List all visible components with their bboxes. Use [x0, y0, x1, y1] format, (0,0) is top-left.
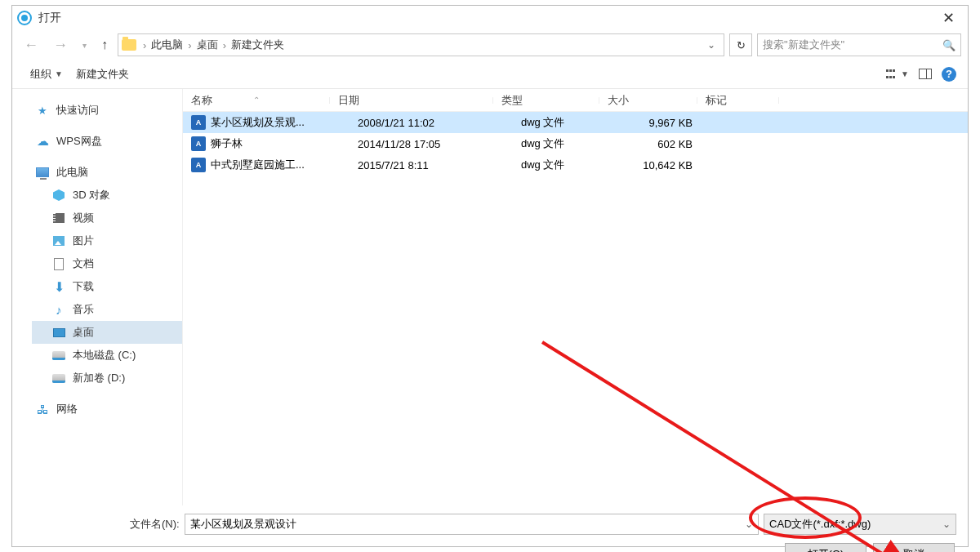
cloud-icon: ☁	[35, 135, 50, 148]
column-date[interactable]: 日期	[330, 93, 493, 108]
dwg-file-icon: A	[191, 158, 206, 172]
tree-music[interactable]: ♪音乐	[32, 298, 182, 321]
navigation-tree: ★快速访问 ☁WPS网盘 此电脑 3D 对象 视频 图片 文档 ⬇下载 ♪音乐 …	[12, 89, 182, 505]
organize-menu[interactable]: 组织▼	[24, 67, 69, 82]
up-button[interactable]: ↑	[96, 38, 113, 52]
file-size: 9,967 KB	[619, 117, 717, 129]
file-date: 2015/7/21 8:11	[350, 159, 513, 171]
tree-wps-cloud[interactable]: ☁WPS网盘	[32, 130, 182, 153]
tree-network[interactable]: 🖧网络	[32, 398, 182, 421]
file-row[interactable]: A 中式别墅庭园施工... 2015/7/21 8:11 dwg 文件 10,6…	[183, 154, 968, 176]
dialog-body: ★快速访问 ☁WPS网盘 此电脑 3D 对象 视频 图片 文档 ⬇下载 ♪音乐 …	[12, 89, 968, 505]
document-icon	[51, 257, 66, 270]
tree-this-pc[interactable]: 此电脑	[32, 161, 182, 184]
view-menu[interactable]: ▼	[886, 69, 909, 78]
app-icon	[17, 11, 32, 25]
network-icon: 🖧	[35, 403, 50, 416]
file-name: 某小区规划及景观...	[211, 115, 350, 130]
open-dialog: 打开 ✕ ← → ▾ ↑ › 此电脑 › 桌面 › 新建文件夹 ⌄ ↻ 搜索"新…	[11, 5, 969, 547]
chevron-right-icon: ›	[221, 39, 228, 51]
toolbar: 组织▼ 新建文件夹 ▼ ?	[12, 60, 968, 89]
address-bar[interactable]: › 此电脑 › 桌面 › 新建文件夹 ⌄	[118, 33, 724, 56]
navigation-bar: ← → ▾ ↑ › 此电脑 › 桌面 › 新建文件夹 ⌄ ↻ 搜索"新建文件夹"…	[12, 30, 968, 60]
tree-d-drive[interactable]: 新加卷 (D:)	[32, 367, 182, 390]
breadcrumb-desktop[interactable]: 桌面	[194, 38, 221, 52]
file-size: 10,642 KB	[619, 159, 717, 171]
column-tag[interactable]: 标记	[697, 93, 779, 108]
list-view-icon	[886, 69, 898, 78]
filename-value: 某小区规划及景观设计	[190, 517, 296, 532]
tree-c-drive[interactable]: 本地磁盘 (C:)	[32, 344, 182, 367]
dwg-file-icon: A	[191, 136, 206, 151]
cancel-button[interactable]: 取消	[873, 543, 955, 552]
disk-icon	[51, 349, 66, 362]
folder-icon	[122, 39, 136, 51]
tree-downloads[interactable]: ⬇下载	[32, 275, 182, 298]
tree-pictures[interactable]: 图片	[32, 229, 182, 252]
titlebar: 打开 ✕	[12, 6, 968, 30]
filetype-select[interactable]: CAD文件(*.dxf;*.dwg) ⌄	[764, 514, 956, 535]
column-headers: 名称⌃ 日期 类型 大小 标记	[183, 89, 968, 112]
breadcrumb-folder[interactable]: 新建文件夹	[228, 38, 287, 52]
file-row[interactable]: A 狮子林 2014/11/28 17:05 dwg 文件 602 KB	[183, 133, 968, 154]
file-size: 602 KB	[619, 138, 717, 150]
tree-videos[interactable]: 视频	[32, 207, 182, 229]
help-button[interactable]: ?	[942, 67, 956, 82]
preview-pane-button[interactable]	[919, 69, 932, 79]
new-folder-button[interactable]: 新建文件夹	[69, 67, 136, 82]
refresh-button[interactable]: ↻	[729, 33, 752, 56]
history-dropdown[interactable]: ▾	[78, 41, 91, 50]
breadcrumb-pc[interactable]: 此电脑	[148, 38, 186, 52]
pc-icon	[35, 166, 50, 179]
file-name: 狮子林	[211, 136, 350, 151]
back-button[interactable]: ←	[19, 37, 43, 54]
search-icon: 🔍	[942, 39, 956, 51]
search-placeholder: 搜索"新建文件夹"	[763, 38, 942, 52]
file-date: 2014/11/28 17:05	[350, 138, 513, 150]
filename-input[interactable]: 某小区规划及景观设计 ⌄	[185, 514, 759, 535]
music-icon: ♪	[51, 303, 66, 316]
tree-quick-access[interactable]: ★快速访问	[32, 99, 182, 122]
file-type: dwg 文件	[513, 158, 619, 172]
search-input[interactable]: 搜索"新建文件夹" 🔍	[757, 33, 961, 56]
tree-documents[interactable]: 文档	[32, 252, 182, 275]
chevron-right-icon: ›	[186, 39, 193, 51]
close-button[interactable]: ✕	[934, 9, 963, 27]
file-name: 中式别墅庭园施工...	[211, 158, 350, 172]
desktop-icon	[51, 326, 66, 339]
chevron-right-icon: ›	[141, 39, 148, 51]
star-icon: ★	[35, 104, 50, 117]
dwg-file-icon: A	[191, 115, 206, 130]
address-dropdown[interactable]: ⌄	[702, 39, 720, 51]
file-type: dwg 文件	[513, 115, 619, 130]
image-icon	[51, 234, 66, 247]
file-type: dwg 文件	[513, 136, 619, 151]
column-name[interactable]: 名称⌃	[183, 93, 330, 108]
sort-indicator-icon: ⌃	[253, 96, 260, 105]
tree-desktop[interactable]: 桌面	[32, 321, 182, 344]
filetype-value: CAD文件(*.dxf;*.dwg)	[769, 517, 871, 532]
column-type[interactable]: 类型	[493, 93, 599, 108]
chevron-down-icon[interactable]: ⌄	[942, 519, 951, 530]
forward-button[interactable]: →	[48, 37, 73, 54]
file-list: 名称⌃ 日期 类型 大小 标记 A 某小区规划及景观... 2008/1/21 …	[182, 89, 968, 505]
video-icon	[51, 211, 66, 225]
disk-icon	[51, 372, 66, 385]
open-button[interactable]: 打开(O)	[785, 543, 866, 552]
dialog-title: 打开	[38, 11, 934, 25]
column-size[interactable]: 大小	[599, 93, 697, 108]
file-row[interactable]: A 某小区规划及景观... 2008/1/21 11:02 dwg 文件 9,9…	[183, 112, 968, 133]
cube-icon	[51, 189, 66, 202]
filename-label: 文件名(N):	[24, 517, 180, 532]
dialog-footer: 文件名(N): 某小区规划及景观设计 ⌄ CAD文件(*.dxf;*.dwg) …	[12, 505, 968, 552]
chevron-down-icon[interactable]: ⌄	[745, 519, 753, 530]
file-date: 2008/1/21 11:02	[350, 117, 513, 129]
download-icon: ⬇	[51, 280, 66, 293]
tree-3d-objects[interactable]: 3D 对象	[32, 184, 182, 207]
